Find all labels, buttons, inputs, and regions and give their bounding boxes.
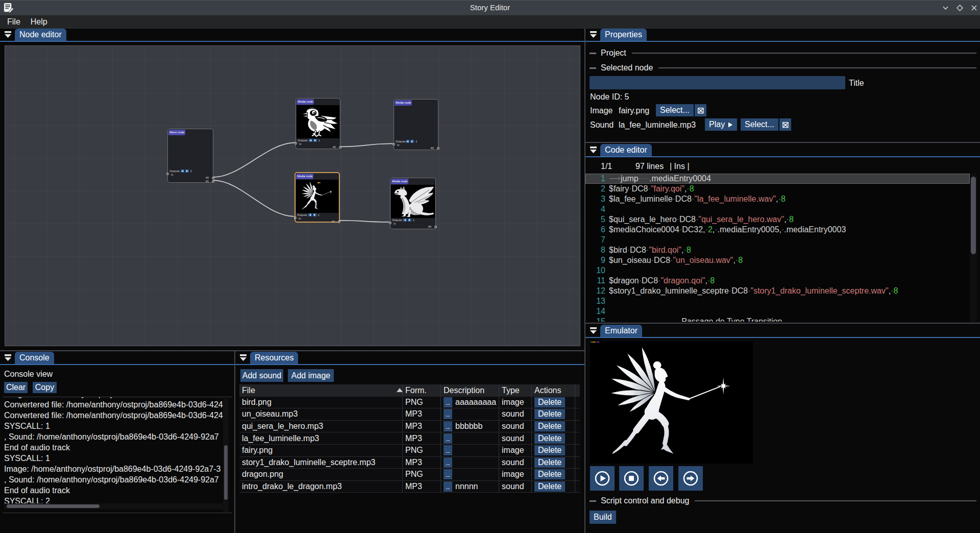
- tab-console[interactable]: Console: [15, 352, 54, 364]
- emulator-stop-button[interactable]: [619, 466, 644, 491]
- outputs-next-button[interactable]: [313, 213, 316, 216]
- code-line-7[interactable]: 7: [585, 235, 970, 245]
- menu-node[interactable]: Menu nodeOutputs:2In#0#1: [167, 129, 213, 183]
- code-line-1[interactable]: 1⟶jump····.mediaEntry0004: [585, 174, 970, 184]
- maximize-button[interactable]: [955, 4, 964, 12]
- delete-button[interactable]: Delete: [534, 469, 565, 479]
- console-log[interactable]: Image: /home/anthony/ostproj/ba869e4b-03…: [0, 397, 223, 513]
- collapse-icon[interactable]: [4, 354, 12, 361]
- menu-file[interactable]: File: [2, 15, 26, 28]
- outputs-prev-button[interactable]: [308, 213, 312, 216]
- dragon-node[interactable]: Media nodeOutputs:1In#0: [390, 178, 436, 229]
- collapse-icon[interactable]: [4, 31, 12, 38]
- collapse-icon[interactable]: [590, 31, 597, 38]
- tab-node-editor[interactable]: Node editor: [15, 29, 66, 41]
- emulator-back-button[interactable]: [649, 466, 673, 491]
- splitter-bottom-horizontal[interactable]: [0, 350, 584, 351]
- column-header-actions[interactable]: Actions: [532, 384, 575, 397]
- resource-row[interactable]: bird.pngPNG..aaaaaaaaaimageDelete: [239, 397, 580, 409]
- splitter-properties-code[interactable]: [585, 142, 980, 143]
- code-line-6[interactable]: 6$mediaChoice0004·DC32,·2,·.mediaEntry00…: [585, 225, 970, 235]
- sound-play-button[interactable]: Play: [705, 118, 737, 131]
- add-sound-button[interactable]: Add sound: [240, 369, 283, 382]
- resource-row[interactable]: intro_drako_le_dragon.mp3MP3..nnnnnsound…: [239, 481, 580, 493]
- outputs-next-button[interactable]: [185, 169, 189, 173]
- splitter-code-emulator[interactable]: [585, 323, 980, 324]
- column-header-form[interactable]: Form.: [403, 384, 441, 397]
- node-editor-canvas[interactable]: Menu nodeOutputs:2In#0#1Media nodeOutput…: [5, 45, 580, 346]
- delete-button[interactable]: Delete: [534, 457, 565, 468]
- edit-description-button[interactable]: ..: [444, 481, 452, 492]
- output-port-0[interactable]: [338, 221, 340, 223]
- column-header-description[interactable]: Description: [441, 384, 499, 397]
- resource-row[interactable]: dragon.pngPNG..imageDelete: [239, 469, 580, 481]
- delete-button[interactable]: Delete: [534, 397, 565, 407]
- output-port-0[interactable]: [339, 146, 341, 149]
- section-project[interactable]: Project: [590, 49, 976, 58]
- fairy-node[interactable]: Media nodeOutputs:1In#0: [295, 172, 340, 223]
- code-line-12[interactable]: 12$story1_drako_luminelle_sceptre·DC8·"s…: [585, 286, 970, 296]
- resource-row[interactable]: la_fee_luminelle.mp3MP3..soundDelete: [239, 432, 580, 445]
- emulator-forward-button[interactable]: [678, 466, 703, 491]
- input-port[interactable]: [294, 216, 297, 219]
- resource-row[interactable]: story1_drako_luminelle_sceptre.mp3MP3..s…: [239, 457, 580, 469]
- delete-button[interactable]: Delete: [534, 409, 565, 419]
- resource-row[interactable]: un_oiseau.mp3MP3..soundDelete: [239, 408, 580, 421]
- delete-button[interactable]: Delete: [534, 445, 565, 455]
- output-port-0[interactable]: [437, 147, 439, 150]
- scrollbar-thumb[interactable]: [7, 504, 100, 508]
- input-port[interactable]: [295, 142, 297, 144]
- build-button[interactable]: Build: [590, 511, 616, 524]
- edit-description-button[interactable]: ..: [444, 457, 452, 468]
- code-line-10[interactable]: 10: [585, 265, 970, 276]
- outputs-next-button[interactable]: [313, 139, 317, 142]
- menu-help[interactable]: Help: [26, 15, 53, 28]
- console-hscrollbar[interactable]: [4, 503, 223, 509]
- scrollbar-thumb[interactable]: [971, 177, 976, 254]
- sound-clear-button[interactable]: ⊠: [779, 118, 791, 131]
- column-header-file[interactable]: File: [239, 384, 403, 397]
- code-line-8[interactable]: 8$bird·DC8·"bird.qoi",·8: [585, 245, 970, 255]
- delete-button[interactable]: Delete: [534, 481, 565, 492]
- section-script-control[interactable]: Script control and debug: [590, 496, 976, 505]
- bird-node[interactable]: Media nodeOutputs:1In#0: [296, 98, 340, 149]
- input-port[interactable]: [166, 173, 169, 175]
- close-button[interactable]: [970, 4, 978, 12]
- code-line-3[interactable]: 3$la_fee_luminelle·DC8·"la_fee_luminelle…: [585, 194, 970, 204]
- collapse-icon[interactable]: [590, 146, 597, 154]
- code-editor-content[interactable]: 1⟶jump····.mediaEntry00042$fairy·DC8·"fa…: [585, 174, 970, 322]
- tab-emulator[interactable]: Emulator: [600, 325, 642, 337]
- edit-description-button[interactable]: ..: [444, 409, 452, 419]
- scrollbar-thumb[interactable]: [224, 445, 228, 500]
- outputs-prev-button[interactable]: [403, 219, 407, 222]
- resource-row[interactable]: qui_sera_le_hero.mp3MP3..bbbbbbsoundDele…: [239, 421, 580, 433]
- code-line-2[interactable]: 2$fairy·DC8·"fairy.qoi",·8: [585, 184, 970, 194]
- delete-button[interactable]: Delete: [534, 421, 565, 431]
- console-clear-button[interactable]: Clear: [4, 382, 28, 393]
- console-vscrollbar[interactable]: [223, 398, 229, 512]
- code-line-9[interactable]: 9$un_oiseau·DC8·"un_oiseau.wav",·8: [585, 255, 970, 265]
- outputs-prev-button[interactable]: [309, 139, 312, 142]
- code-line-13[interactable]: 13: [585, 296, 970, 306]
- edit-description-button[interactable]: ..: [444, 469, 452, 479]
- code-line-15[interactable]: 15 Passage de Type Transition: [585, 317, 970, 322]
- image-select-button[interactable]: Select...: [656, 104, 694, 116]
- add-image-button[interactable]: Add image: [288, 369, 334, 382]
- collapse-icon[interactable]: [590, 327, 597, 334]
- resource-row[interactable]: fairy.pngPNG..imageDelete: [239, 445, 580, 457]
- edit-description-button[interactable]: ..: [444, 433, 452, 444]
- sound-select-button[interactable]: Select...: [741, 118, 778, 131]
- code-line-11[interactable]: 11$dragon·DC8·"dragon.qoi",·8: [585, 276, 970, 286]
- input-port[interactable]: [389, 222, 391, 224]
- blank-node[interactable]: Media nodeOutputs1In#0: [394, 99, 438, 150]
- code-editor-vscrollbar[interactable]: [970, 174, 977, 322]
- outputs-next-button[interactable]: [410, 140, 414, 143]
- output-port-0[interactable]: [212, 177, 214, 179]
- code-line-14[interactable]: 14: [585, 306, 970, 317]
- input-port[interactable]: [393, 143, 395, 146]
- outputs-prev-button[interactable]: [406, 140, 409, 143]
- edit-description-button[interactable]: ..: [444, 397, 452, 407]
- code-line-5[interactable]: 5$qui_sera_le_hero·DC8·"qui_sera_le_hero…: [585, 214, 970, 225]
- output-port-0[interactable]: [434, 226, 437, 228]
- collapse-icon[interactable]: [239, 354, 247, 361]
